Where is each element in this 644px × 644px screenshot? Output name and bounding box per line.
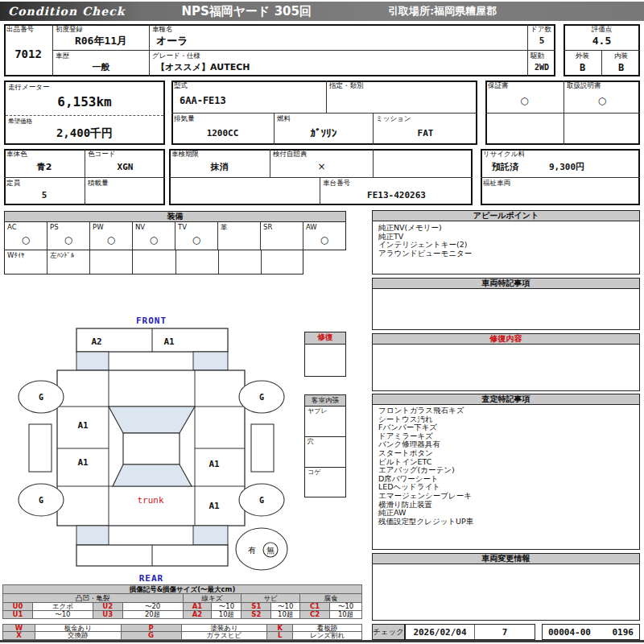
divider [6, 115, 163, 116]
assessment-item: フロントガラス飛石キズ [373, 405, 639, 415]
score-value: 4.5 [564, 31, 640, 50]
legend-code: G [122, 632, 182, 640]
first-registration-value: R06年11月 [53, 31, 149, 50]
brand-logo: Condition Check [8, 5, 125, 18]
appeal-item: 純正NV(メモリー) [373, 221, 639, 233]
grade-value: 【オススメ】AUTECH [150, 58, 527, 76]
equipment-cell: AW○ [303, 222, 345, 250]
color-code-value: XGN [85, 156, 165, 177]
legend-code: U1 [3, 611, 33, 619]
chassis-value: FE13-420263 [320, 185, 473, 205]
equipment-label [133, 250, 175, 251]
interior-grade-value: B [602, 58, 640, 76]
odometer-box: 走行メーター 6,153km 希望価格 2,400千円 [4, 80, 165, 145]
rear-label: REAR [139, 573, 164, 584]
legend-code: U3 [93, 611, 123, 619]
legend-desc: 10超 [271, 611, 300, 619]
equipment-cell: SR [261, 222, 303, 250]
repair-content-title: 修復内容 [372, 333, 640, 345]
equipment-mark: ○ [175, 230, 217, 250]
legend-desc: 20超 [123, 611, 184, 619]
damage-code-right-rear-door: A1 [208, 459, 220, 469]
wheel-mark: G [259, 393, 264, 402]
first-registration-cell: 初度登録 R06年11月 [52, 24, 149, 50]
legend-row: U1 〜10 U3 20超 A2 10超 S2 10超 C2 10超 [2, 611, 362, 619]
drive-value: 2WD [528, 58, 555, 76]
transmission-value: FAT [374, 121, 477, 145]
equipment-cell [262, 250, 303, 274]
body-color-cell: 車体色 青2 [4, 149, 85, 177]
lot-number-cell: 出品番号 7012 [4, 24, 52, 76]
repair-mini-body [304, 345, 346, 377]
repair-mini-title: 修復 [304, 332, 346, 345]
drive-cell: 駆動 2WD [527, 50, 555, 76]
empty-cell [373, 149, 473, 177]
equipment-label: 左ﾊﾝﾄﾞﾙ [47, 250, 89, 259]
assessment-item: 残価設定型クレジットUP車 [373, 518, 639, 526]
assessment-body: フロントガラス飛石キズ シートウス汚れ Fバンパー下キズ ドアミラーキズ パンク… [372, 405, 640, 550]
model-code-value: 6AA-FE13 [171, 88, 326, 113]
interior-trim-row-burn: コゲ [304, 468, 346, 497]
equipment-cell [176, 250, 219, 274]
damage-code-left-front-door: A1 [77, 420, 89, 431]
title-bar: Condition Check NPS福岡ヤード 305回 引取場所:福岡県糟屋… [0, 2, 644, 21]
equipment-cell: Wﾀｲﾔ [5, 250, 47, 274]
front-label: FRONT [136, 316, 167, 326]
equipment-label [90, 250, 132, 251]
equipment-mark: ○ [133, 230, 175, 250]
check-label: チェック [372, 624, 405, 640]
auction-venue: NPS福岡ヤード 305回 [181, 4, 312, 19]
inspection-value: 抹消 [169, 156, 270, 177]
change-info-body [372, 564, 640, 621]
equipment-cell: 左ﾊﾝﾄﾞﾙ [47, 250, 90, 274]
check-date: 2026/02/04 [406, 625, 475, 639]
empty-cell [564, 113, 640, 145]
legend-desc: 10超 [212, 611, 242, 619]
auction-condition-sheet: Condition Check NPS福岡ヤード 305回 引取場所:福岡県糟屋… [0, 0, 644, 644]
score-cell: 評価点 4.5 [564, 24, 640, 50]
damage-code-right-fender: A1 [208, 501, 220, 511]
warranty-cell: 保証書 ○ [485, 80, 564, 113]
equipment-title: 装備 [4, 211, 346, 222]
interior-trim-label: ヤブレ [305, 407, 345, 415]
repair-content-body [372, 345, 640, 391]
doors-cell: ドア数 5 [527, 24, 555, 50]
legend-code: A2 [184, 611, 213, 619]
equipment-mark [261, 230, 303, 250]
exterior-grade-value: B [564, 58, 601, 76]
manual-mark: ○ [564, 88, 640, 113]
page-bottom-rule [0, 640, 644, 642]
equipment-cell [90, 250, 133, 274]
special-notes-title: 車両特記事項 [372, 278, 640, 289]
legend-code: L [267, 632, 293, 640]
equipment-mark: ○ [303, 230, 345, 250]
inspection-cell: 車検期限 抹消 [169, 149, 270, 177]
insurance-cell: 検付自賠責 × [270, 149, 373, 177]
body-color-value: 青2 [4, 156, 85, 177]
price-value: 2,400千円 [6, 124, 163, 143]
load-value [85, 185, 165, 205]
damage-code-left-rear-door: A1 [77, 457, 89, 468]
transmission-cell: ミッション FAT [373, 113, 477, 145]
interior-trim-label: 穴 [305, 437, 345, 446]
interior-grade-cell: 内装 B [601, 50, 640, 76]
equipment-label [219, 250, 261, 251]
displacement-cell: 排気量 1200CC [171, 113, 274, 145]
odometer-value: 6,153km [6, 89, 163, 114]
appeal-title: アピールポイント [372, 210, 640, 221]
equipment-label [176, 250, 218, 251]
equipment-cell [219, 250, 262, 274]
appeal-body: 純正NV(メモリー) 純正TV インテリジェントキー(2) アラウンドビューモニ… [372, 221, 640, 275]
legend-desc: ガラスヒビ [182, 632, 268, 640]
exterior-grade-cell: 外装 B [564, 50, 601, 76]
spare-no-label: 無 [266, 546, 275, 555]
legend-row-2: X 交換跡 G ガラスヒビ L レンズ割れ [2, 632, 362, 640]
color-code-cell: 色コード XGN [85, 149, 165, 177]
model-name-cell: 車種名 オーラ [149, 24, 527, 50]
repair-mini-box: 修復 [304, 332, 346, 374]
wheel-mark: G [39, 393, 43, 402]
manual-cell: 取扱説明書 ○ [564, 80, 640, 113]
equipment-cell: AC○ [5, 222, 47, 250]
interior-trim-row-hole: 穴 [304, 437, 346, 468]
appeal-item: アラウンドビューモニター [373, 250, 639, 258]
